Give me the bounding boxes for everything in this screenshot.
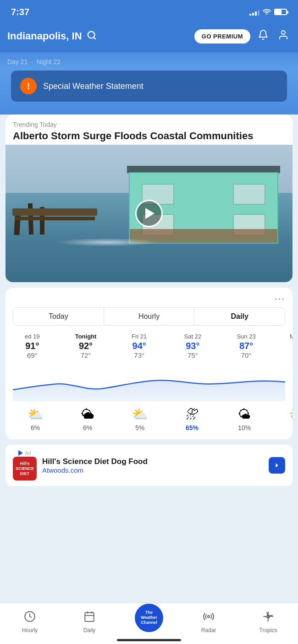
signal-icon [249, 8, 259, 16]
tab-today[interactable]: Today [13, 308, 104, 325]
icon-cell-5: ⛅ [270, 407, 292, 432]
gradient-label: Day 21 · Night 22 [7, 58, 61, 65]
bottom-nav: Hourly Daily TheWeatherChannel [0, 603, 298, 644]
precip-0: 6% [31, 424, 40, 431]
high-fri: 94° [116, 341, 162, 351]
low-fri: 73° [116, 351, 162, 359]
wifi-icon [262, 7, 271, 16]
weather-icon-1: 🌥 [61, 407, 114, 422]
status-time: 7:37 [11, 7, 29, 17]
svg-rect-5 [85, 612, 94, 622]
trending-image[interactable] [6, 145, 292, 282]
forecast-days-row: ed 19 91° 69° Tonight 92° 72° Fri 21 94°… [6, 333, 292, 361]
low-sat: 75° [170, 351, 216, 359]
high-sun: 87° [223, 341, 270, 351]
header: Indianapolis, IN GO PREMIUM [0, 23, 298, 52]
forecast-scroll[interactable]: ed 19 91° 69° Tonight 92° 72° Fri 21 94°… [6, 333, 292, 361]
notification-button[interactable] [256, 27, 270, 45]
day-label-tonight: Tonight [63, 333, 109, 340]
forecast-day-mon: Mon 24 89° 66° [273, 333, 292, 361]
nav-radar[interactable]: Radar [179, 611, 238, 633]
user-button[interactable] [276, 27, 291, 45]
status-icons [249, 7, 287, 16]
day-label-wed: ed 19 [9, 333, 55, 340]
forecast-card: ··· Today Hourly Daily ed 19 91° 69° Ton… [6, 288, 292, 439]
city-label: Indianapolis, IN [7, 30, 82, 42]
nav-twc-wrapper[interactable]: TheWeatherChannel [135, 612, 163, 632]
search-icon[interactable] [87, 30, 97, 43]
forecast-day-sun: Sun 23 87° 70° [220, 333, 273, 361]
forecast-day-fri: Fri 21 94° 73° [112, 333, 166, 361]
nav-hourly[interactable]: Hourly [0, 611, 60, 633]
alert-text: Special Weather Statement [43, 82, 143, 91]
ad-prefix-icon [18, 450, 23, 456]
forecast-day-sat: Sat 22 93° 75° [166, 333, 220, 361]
ad-title: Hill's Science Diet Dog Food [42, 457, 263, 466]
tab-hourly[interactable]: Hourly [104, 308, 195, 325]
ad-prefix: Ad [18, 450, 31, 456]
tropics-icon [262, 611, 274, 625]
nav-center-area: TheWeatherChannel [119, 612, 179, 632]
hourly-icon [24, 611, 36, 625]
precip-2: 5% [135, 424, 144, 431]
high-wed: 91° [9, 341, 55, 351]
weather-icon-0: ⛅ [9, 407, 61, 422]
icon-cell-2: ⛅ 5% [114, 407, 166, 432]
high-sat: 93° [170, 341, 216, 351]
weather-icons-scroll: ⛅ 6% 🌥 6% ⛅ 5% ⛈ 65% 🌤 10% [6, 407, 292, 432]
svg-point-3 [281, 31, 285, 34]
ad-arrow-button[interactable] [269, 457, 285, 474]
gradient-area: Day 21 · Night 22 [0, 52, 298, 69]
icon-cell-0: ⛅ 6% [9, 407, 61, 432]
radar-icon [203, 611, 215, 625]
alert-banner[interactable]: ! Special Weather Statement [11, 71, 287, 102]
tab-switcher: Today Hourly Daily [13, 307, 285, 326]
low-mon: 66° [276, 351, 292, 359]
status-bar: 7:37 [0, 0, 298, 23]
nav-twc-label: TheWeatherChannel [141, 610, 157, 625]
play-button[interactable] [135, 200, 163, 227]
ad-text: Hill's Science Diet Dog Food Atwoods.com [42, 457, 263, 474]
trending-card: Trending Today Alberto Storm Surge Flood… [6, 115, 292, 282]
low-tonight: 72° [63, 351, 109, 359]
high-mon: 89° [276, 341, 292, 351]
svg-point-0 [266, 13, 268, 15]
weather-icon-4: 🌤 [218, 407, 270, 422]
battery-icon [274, 9, 287, 15]
day-label-sat: Sat 22 [170, 333, 216, 340]
nav-tropics[interactable]: Tropics [238, 611, 298, 633]
ad-banner[interactable]: Ad Hill'sSCIENCEDIET Hill's Science Diet… [6, 445, 292, 486]
tab-daily[interactable]: Daily [194, 308, 285, 325]
ad-link: Atwoods.com [42, 466, 263, 474]
nav-daily[interactable]: Daily [60, 611, 119, 633]
premium-button[interactable]: GO PREMIUM [194, 29, 250, 44]
precip-1: 6% [83, 424, 92, 431]
alert-icon: ! [20, 78, 37, 94]
weather-icon-5: ⛅ [270, 407, 292, 422]
forecast-menu[interactable]: ··· [6, 293, 292, 307]
daily-icon [83, 611, 95, 625]
alert-area: ! Special Weather Statement [0, 69, 298, 115]
nav-daily-label: Daily [83, 627, 96, 633]
nav-tropics-label: Tropics [259, 627, 277, 633]
nav-twc-circle[interactable]: TheWeatherChannel [135, 604, 163, 632]
trending-label: Trending Today [13, 121, 285, 128]
trending-title: Alberto Storm Surge Floods Coastal Commu… [13, 130, 285, 142]
precip-4: 10% [238, 424, 251, 431]
ad-logo: Hill'sSCIENCEDIET [13, 457, 37, 480]
weather-icons-row: ⛅ 6% 🌥 6% ⛅ 5% ⛈ 65% 🌤 10% [6, 407, 292, 432]
weather-icon-2: ⛅ [114, 407, 166, 422]
location-area[interactable]: Indianapolis, IN [7, 30, 189, 43]
forecast-day-tonight: Tonight 92° 72° [59, 333, 113, 361]
svg-point-9 [208, 615, 210, 617]
day-label-mon: Mon 24 [276, 333, 292, 340]
low-wed: 69° [9, 351, 55, 359]
icon-cell-4: 🌤 10% [218, 407, 270, 432]
icon-cell-1: 🌥 6% [61, 407, 114, 432]
forecast-day-wed: ed 19 91° 69° [6, 333, 59, 361]
high-tonight: 92° [63, 341, 109, 351]
day-label-fri: Fri 21 [116, 333, 162, 340]
nav-radar-label: Radar [201, 627, 216, 633]
home-indicator [117, 639, 181, 641]
low-sun: 70° [223, 351, 270, 359]
